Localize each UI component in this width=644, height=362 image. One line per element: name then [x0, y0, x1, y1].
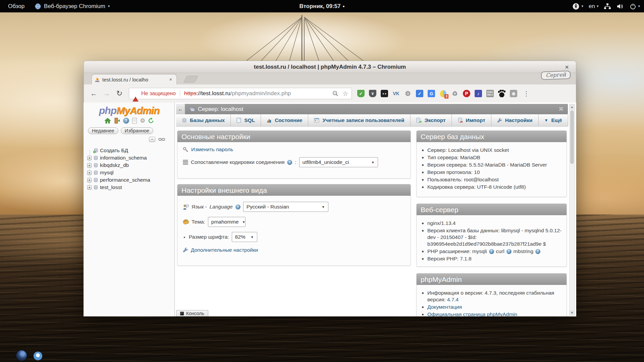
- logout-icon[interactable]: [114, 118, 120, 124]
- collation-select[interactable]: utf8mb4_unicode_ci ▼: [299, 157, 378, 167]
- tab-export[interactable]: Экспорт: [411, 114, 452, 126]
- tab-import[interactable]: Импорт: [452, 114, 491, 126]
- check-extension-icon[interactable]: ✓: [415, 89, 424, 98]
- help-icon[interactable]: ?: [123, 118, 129, 124]
- gnome-foot-extension-icon[interactable]: [497, 89, 506, 98]
- zoom-icon[interactable]: [332, 90, 338, 97]
- new-version-link[interactable]: 4.7.4: [447, 297, 459, 302]
- documentation-link[interactable]: Документация: [427, 304, 462, 310]
- activities-button[interactable]: Обзор: [8, 3, 24, 10]
- collapse-all-button[interactable]: −: [149, 137, 155, 142]
- expand-icon[interactable]: +: [87, 185, 92, 190]
- collation-label: Сопоставление кодировки соединения: [191, 159, 284, 165]
- favorites-dropdown[interactable]: Избранное: [121, 127, 153, 134]
- console-tab[interactable]: Консоль: [176, 310, 208, 316]
- lightbulbs-extension-icon[interactable]: 3: [439, 89, 447, 98]
- pinterest-extension-icon[interactable]: P: [462, 89, 471, 98]
- music-extension-icon[interactable]: ♪: [474, 89, 483, 98]
- window-close-button[interactable]: ×: [562, 63, 571, 71]
- window-titlebar[interactable]: test.losst.ru / localhost | phpMyAdmin 4…: [84, 61, 576, 73]
- docs-icon[interactable]: [132, 118, 137, 124]
- nav-back-button[interactable]: ←: [176, 104, 185, 114]
- accessibility-menu[interactable]: ▾: [572, 3, 583, 10]
- profile-name-badge[interactable]: Сергей: [541, 70, 571, 80]
- scrollbar-thumb[interactable]: [570, 110, 574, 164]
- tree-item-database[interactable]: + mysql: [87, 169, 174, 176]
- expand-icon[interactable]: +: [87, 156, 92, 160]
- font-size-select[interactable]: 82% ▼: [232, 232, 257, 242]
- help-icon[interactable]: ?: [235, 204, 240, 209]
- theme-select[interactable]: pmahomme ▼: [208, 217, 246, 227]
- camera-extension-icon[interactable]: ◉: [509, 89, 518, 98]
- tab-status[interactable]: Состояние: [261, 114, 308, 126]
- recent-dropdown[interactable]: Недавнее: [88, 127, 118, 134]
- scroll-down-button[interactable]: ▼: [570, 310, 575, 315]
- tampermonkey-extension-icon[interactable]: ●●: [380, 89, 389, 98]
- help-icon[interactable]: ?: [506, 249, 512, 254]
- help-icon[interactable]: ?: [535, 249, 540, 254]
- database-icon: [93, 178, 98, 183]
- translate-extension-icon[interactable]: G: [427, 89, 436, 98]
- collapse-bar-icon[interactable]: [558, 107, 564, 111]
- more-settings-link[interactable]: Дополнительные настройки: [191, 247, 258, 253]
- chevron-down-icon: ▾: [597, 4, 599, 8]
- change-password-link[interactable]: Изменить пароль: [191, 146, 233, 153]
- back-button[interactable]: ←: [88, 87, 100, 100]
- help-icon[interactable]: ?: [287, 160, 292, 165]
- bullet: •: [183, 234, 186, 240]
- recycle-extension-icon[interactable]: ♻: [450, 89, 459, 98]
- tree-item-database[interactable]: + performance_schema: [87, 176, 174, 184]
- official-page-link[interactable]: Официальная страница phpMyAdmin: [427, 311, 517, 316]
- new-tab-button[interactable]: [183, 76, 199, 82]
- volume-icon[interactable]: [616, 3, 624, 10]
- tab-sql[interactable]: SQL: [231, 114, 261, 126]
- tree-item-database[interactable]: + kibqdskz_db: [87, 162, 174, 169]
- security-warning-icon[interactable]: !: [132, 91, 139, 96]
- tree-item-new-database[interactable]: Создать БД: [87, 147, 174, 154]
- user-card-icon: [314, 118, 319, 123]
- tab-settings[interactable]: Настройки: [491, 114, 539, 126]
- language-select[interactable]: Русский - Russian ▼: [243, 202, 328, 212]
- help-icon[interactable]: ?: [489, 249, 494, 254]
- forward-button[interactable]: →: [101, 87, 113, 100]
- home-icon[interactable]: [104, 118, 111, 124]
- notification-dot: ●: [343, 4, 345, 8]
- unlink-icon[interactable]: [158, 137, 165, 141]
- reload-button[interactable]: ↻: [113, 87, 125, 100]
- tab-user-accounts[interactable]: Учетные записи пользователей: [308, 114, 410, 126]
- app-menu-button[interactable]: Веб-браузер Chromium ▾: [35, 3, 110, 10]
- clock-button[interactable]: Вторник, 09:57 ●: [299, 0, 344, 12]
- desktop-icon-1[interactable]: [16, 350, 27, 361]
- browser-tab[interactable]: PMA test.losst.ru / localho ×: [92, 74, 176, 84]
- vk-extension-icon[interactable]: VK: [392, 89, 400, 98]
- expand-icon[interactable]: +: [87, 163, 92, 168]
- keyboard-layout-menu[interactable]: en ▾: [589, 3, 598, 10]
- server-info-item: Тип сервера: MariaDB: [427, 154, 567, 161]
- panel-title: Веб-сервер: [417, 204, 567, 215]
- tab-databases[interactable]: Базы данных: [176, 114, 231, 126]
- tab-more[interactable]: ▼ Ещё: [539, 114, 568, 126]
- pma-logo[interactable]: phpMyAdmin: [84, 105, 174, 116]
- gear-extension-icon[interactable]: ⚙: [404, 89, 412, 98]
- power-menu[interactable]: ▾: [630, 3, 640, 10]
- green-shield-extension-icon[interactable]: ✓: [357, 89, 365, 98]
- database-icon: [93, 185, 98, 190]
- network-icon[interactable]: [604, 3, 611, 10]
- address-bar[interactable]: ! Не защищено https ://test.losst.ru /ph…: [129, 88, 352, 99]
- binary-extension-icon[interactable]: 0101 0011: [486, 89, 494, 98]
- refresh-icon[interactable]: [148, 118, 154, 124]
- bookmark-star-icon[interactable]: ☆: [342, 90, 348, 98]
- tree-item-database[interactable]: + test_losst: [87, 184, 174, 191]
- pocket-extension-icon[interactable]: ∨: [368, 89, 377, 98]
- tree-item-database[interactable]: + information_schema: [87, 154, 174, 162]
- vertical-scrollbar[interactable]: ▲ ▼: [569, 104, 575, 316]
- expand-icon[interactable]: +: [87, 178, 92, 182]
- security-warning-label[interactable]: Не защищено: [141, 90, 176, 97]
- settings-icon[interactable]: ⚙: [140, 117, 145, 124]
- tab-close-button[interactable]: ×: [168, 76, 174, 82]
- key-icon: [183, 147, 189, 153]
- browser-menu-button[interactable]: ⋮: [522, 89, 531, 98]
- scroll-up-button[interactable]: ▲: [570, 104, 575, 110]
- desktop-icon-2[interactable]: [34, 352, 42, 360]
- expand-icon[interactable]: +: [87, 171, 92, 175]
